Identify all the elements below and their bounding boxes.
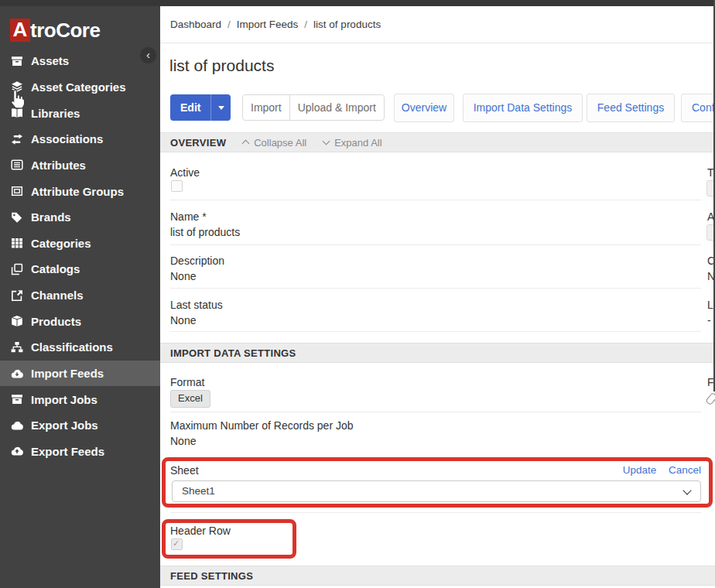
- nav-configurator-button-clipped[interactable]: Confi: [681, 94, 715, 122]
- import-button[interactable]: Import: [243, 95, 289, 120]
- sidebar-item-import-jobs[interactable]: Import Jobs: [0, 386, 160, 412]
- active-field-label: Active: [170, 166, 200, 179]
- sidebar-item-label: Classifications: [31, 340, 113, 354]
- nav-feed-settings-button[interactable]: Feed Settings: [587, 94, 675, 122]
- field-separator: [170, 412, 701, 412]
- sidebar-item-attributes[interactable]: Attributes: [0, 152, 160, 179]
- last-status-field-value: None: [170, 314, 196, 326]
- field-separator: [170, 512, 701, 513]
- copy-icon: [11, 263, 23, 275]
- clipped-field-fragment: L: [707, 299, 713, 311]
- collapse-all-label: Collapse All: [254, 137, 306, 149]
- logo-text: troCore: [30, 19, 100, 42]
- breadcrumb-dashboard[interactable]: Dashboard: [170, 19, 221, 30]
- sheet-cancel-link[interactable]: Cancel: [669, 464, 701, 476]
- sidebar-item-channels[interactable]: Channels: [0, 282, 160, 309]
- cloud-download-icon: [11, 368, 23, 380]
- format-field-label: Format: [170, 376, 204, 388]
- chevron-down-icon: [323, 138, 330, 145]
- sidebar-item-export-jobs[interactable]: Export Jobs: [0, 412, 160, 439]
- page-title: list of products: [169, 56, 274, 75]
- collapse-all-control[interactable]: Collapse All: [243, 137, 306, 149]
- nav-import-data-settings-button[interactable]: Import Data Settings: [463, 94, 583, 122]
- sidebar-item-classifications[interactable]: Classifications: [0, 334, 160, 361]
- sitemap-icon: [11, 341, 23, 354]
- sheet-update-link[interactable]: Update: [623, 464, 657, 476]
- sidebar-item-label: Categories: [31, 237, 91, 250]
- breadcrumb-import-feeds[interactable]: Import Feeds: [237, 19, 299, 30]
- sheet-select[interactable]: Sheet1: [172, 480, 701, 502]
- import-data-settings-panel-title: IMPORT DATA SETTINGS: [170, 347, 296, 359]
- sidebar-item-attribute-groups[interactable]: Attribute Groups: [0, 178, 160, 204]
- max-records-field-label: Maximum Number of Records per Job: [170, 419, 354, 432]
- sidebar-item-associations[interactable]: Associations: [0, 126, 160, 152]
- upload-and-import-button[interactable]: Upload & Import: [289, 95, 384, 120]
- header-row-checkbox[interactable]: [171, 538, 183, 550]
- list-icon: [11, 159, 23, 171]
- sidebar-item-label: Attribute Groups: [31, 185, 124, 198]
- edit-button-label[interactable]: Edit: [170, 94, 210, 121]
- field-separator: [170, 200, 701, 200]
- arrows-swap-icon: [11, 133, 23, 145]
- cloud-icon: [11, 419, 23, 432]
- sidebar-item-label: Products: [31, 315, 81, 328]
- mouse-cursor: [9, 89, 26, 114]
- edit-button[interactable]: Edit: [170, 94, 231, 121]
- feed-settings-panel-header: FEED SETTINGS: [160, 566, 715, 586]
- breadcrumb: Dashboard / Import Feeds / list of produ…: [160, 6, 715, 43]
- nav-overview-button[interactable]: Overview: [394, 94, 454, 122]
- sidebar-item-label: Export Jobs: [31, 419, 98, 432]
- sidebar-item-label: Export Feeds: [31, 445, 104, 458]
- name-field-value: list of products: [170, 226, 240, 238]
- expand-all-label: Expand All: [334, 137, 381, 149]
- name-field-label: Name *: [170, 210, 207, 223]
- sidebar-item-brands[interactable]: Brands: [0, 204, 160, 231]
- header-row-field-label: Header Row: [170, 525, 231, 537]
- app-logo[interactable]: AtroCore: [0, 6, 160, 48]
- sidebar-item-label: Associations: [31, 132, 103, 145]
- sidebar-item-catalogs[interactable]: Catalogs: [0, 256, 160, 282]
- breadcrumb-separator: /: [228, 19, 231, 30]
- field-separator: [170, 288, 701, 289]
- frame-icon: [11, 185, 23, 197]
- description-field-label: Description: [170, 255, 224, 267]
- sheet-field-label: Sheet: [170, 464, 199, 477]
- sidebar-item-products[interactable]: Products: [0, 308, 160, 334]
- grid-icon: [11, 237, 23, 249]
- sidebar-collapse-button[interactable]: [140, 47, 156, 63]
- app-window: AtroCore AssetsAsset CategoriesLibraries…: [0, 0, 715, 588]
- overview-panel-title: OVERVIEW: [170, 137, 226, 149]
- sidebar-item-label: Catalogs: [31, 262, 80, 275]
- sidebar-item-label: Asset Categories: [31, 80, 126, 94]
- sidebar-item-label: Libraries: [31, 107, 80, 120]
- sidebar-item-import-feeds[interactable]: Import Feeds: [0, 361, 160, 387]
- archive-icon: [11, 393, 23, 405]
- description-field-value: None: [170, 270, 196, 282]
- paperclip-icon-fragment: [705, 392, 715, 405]
- feed-settings-panel-title: FEED SETTINGS: [170, 570, 253, 582]
- edit-dropdown-toggle[interactable]: [210, 94, 231, 121]
- sidebar-item-label: Brands: [31, 210, 71, 224]
- sheet-inline-actions: Update Cancel: [532, 464, 701, 476]
- caret-down-icon: [218, 106, 224, 110]
- archive-icon: [11, 55, 23, 67]
- chevron-up-icon: [242, 140, 250, 148]
- sidebar-item-label: Attributes: [31, 159, 86, 172]
- sidebar-item-label: Import Jobs: [31, 393, 98, 406]
- action-button-group: Import Upload & Import: [242, 94, 385, 121]
- active-checkbox[interactable]: [171, 180, 183, 192]
- sidebar-item-label: Assets: [31, 54, 69, 67]
- sidebar-item-categories[interactable]: Categories: [0, 230, 160, 256]
- clipped-field-fragment: -: [707, 314, 711, 326]
- breadcrumb-current: list of products: [313, 19, 381, 30]
- format-value-badge: Excel: [170, 390, 210, 408]
- main-content: Dashboard / Import Feeds / list of produ…: [160, 6, 715, 588]
- sidebar-item-assets[interactable]: Assets: [0, 48, 160, 74]
- import-data-settings-panel-header: IMPORT DATA SETTINGS: [160, 343, 715, 363]
- overview-panel-header: OVERVIEW Collapse All Expand All: [160, 132, 715, 152]
- box-icon: [11, 315, 23, 327]
- expand-all-control[interactable]: Expand All: [323, 137, 381, 149]
- chevron-down-icon: [682, 486, 691, 494]
- last-status-field-label: Last status: [170, 299, 223, 311]
- sidebar-item-export-feeds[interactable]: Export Feeds: [0, 439, 160, 465]
